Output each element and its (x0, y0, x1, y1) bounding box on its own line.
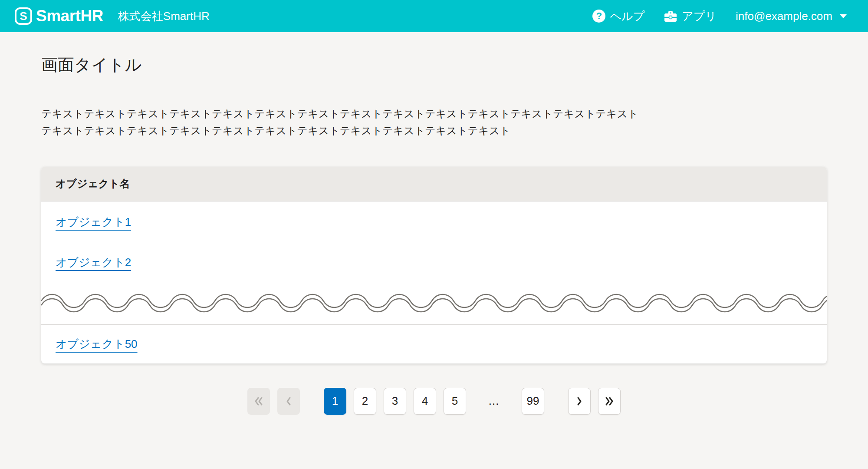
next-page-button[interactable] (568, 388, 591, 415)
caret-down-icon (839, 13, 847, 19)
page-button-99[interactable]: 99 (522, 388, 544, 415)
table-header-row: オブジェクト名 (41, 167, 827, 201)
pagination-ellipsis: … (488, 394, 500, 408)
double-chevron-left-icon (254, 396, 263, 406)
double-chevron-right-icon (605, 396, 614, 406)
table-row: オブジェクト50 (41, 324, 827, 363)
previous-page-button[interactable] (277, 388, 300, 415)
object-table-card: オブジェクト名 オブジェクト1 オブジェクト2 オブジェクト50 (41, 167, 827, 363)
app-header: S SmartHR 株式会社SmartHR ? ヘルプ アプリ info@exa… (0, 0, 868, 32)
page-title: 画面タイトル (41, 56, 827, 75)
page-button-5[interactable]: 5 (444, 388, 466, 415)
object-link-2[interactable]: オブジェクト2 (56, 255, 131, 270)
header-actions: ? ヘルプ アプリ info@example.com (592, 9, 847, 24)
first-page-button[interactable] (247, 388, 270, 415)
page-button-3[interactable]: 3 (384, 388, 406, 415)
smarthr-logo-text: SmartHR (36, 7, 103, 25)
column-header-object-name: オブジェクト名 (56, 177, 130, 191)
help-link[interactable]: ? ヘルプ (592, 9, 644, 24)
page-button-2[interactable]: 2 (354, 388, 376, 415)
company-name: 株式会社SmartHR (118, 9, 210, 24)
apps-label: アプリ (682, 9, 717, 24)
chevron-left-icon (286, 396, 292, 406)
smarthr-logo[interactable]: S SmartHR (15, 7, 103, 25)
skipped-rows-separator (41, 282, 827, 324)
main-content: 画面タイトル テキストテキストテキストテキストテキストテキストテキストテキストテ… (0, 56, 868, 415)
question-circle-icon: ? (592, 10, 605, 23)
account-menu[interactable]: info@example.com (736, 10, 847, 23)
help-label: ヘルプ (610, 9, 644, 24)
pagination: 1 2 3 4 5 … 99 (41, 388, 827, 415)
table-row: オブジェクト2 (41, 243, 827, 282)
toolbox-icon (664, 10, 677, 23)
object-link-1[interactable]: オブジェクト1 (56, 215, 131, 230)
object-link-50[interactable]: オブジェクト50 (56, 337, 138, 352)
smarthr-logo-icon: S (15, 7, 32, 25)
wave-icon (41, 293, 827, 314)
table-row: オブジェクト1 (41, 201, 827, 243)
page-button-4[interactable]: 4 (414, 388, 436, 415)
chevron-right-icon (576, 396, 582, 406)
page-button-1[interactable]: 1 (324, 388, 346, 415)
account-email: info@example.com (736, 10, 832, 23)
apps-link[interactable]: アプリ (664, 9, 717, 24)
last-page-button[interactable] (598, 388, 621, 415)
page-description: テキストテキストテキストテキストテキストテキストテキストテキストテキストテキスト… (41, 105, 644, 139)
